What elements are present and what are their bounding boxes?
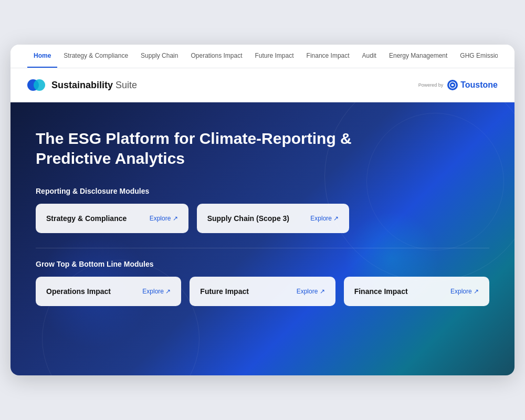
- powered-area: Powered by Toustone: [418, 80, 498, 90]
- header-bar: Sustainability Suite Powered by Toustone: [10, 68, 514, 102]
- logo-area: Sustainability Suite: [27, 76, 137, 94]
- reporting-cards-row: Strategy & Compliance Explore ↗ Supply C…: [36, 204, 489, 233]
- hero-title: The ESG Platform for Climate-Reporting &…: [36, 129, 393, 168]
- nav-bar: Home Strategy & Compliance Supply Chain …: [10, 45, 514, 68]
- card-operations[interactable]: Operations Impact Explore ↗: [36, 277, 181, 306]
- nav-energy[interactable]: Energy Management: [383, 45, 454, 68]
- card-finance[interactable]: Finance Impact Explore ↗: [344, 277, 489, 306]
- toustone-logo: Toustone: [447, 80, 498, 90]
- card-strategy-explore[interactable]: Explore ↗: [150, 215, 178, 222]
- powered-label: Powered by: [418, 82, 444, 88]
- card-strategy-title: Strategy & Compliance: [46, 214, 127, 223]
- spacer: [358, 204, 489, 233]
- toustone-name: Toustone: [460, 80, 498, 90]
- nav-links: Home Strategy & Compliance Supply Chain …: [27, 45, 498, 68]
- card-supply-explore[interactable]: Explore ↗: [310, 215, 339, 222]
- nav-future[interactable]: Future Impact: [249, 45, 300, 68]
- section2-label: Grow Top & Bottom Line Modules: [36, 260, 489, 268]
- section-divider: [36, 248, 489, 248]
- logo-circle-cyan: [34, 79, 45, 91]
- nav-strategy[interactable]: Strategy & Compliance: [57, 45, 134, 68]
- card-supply-title: Supply Chain (Scope 3): [207, 214, 289, 223]
- card-future-title: Future Impact: [200, 287, 249, 296]
- card-operations-title: Operations Impact: [46, 287, 111, 296]
- nav-finance[interactable]: Finance Impact: [300, 45, 356, 68]
- nav-audit[interactable]: Audit: [356, 45, 383, 68]
- logo-bold: Sustainability: [51, 80, 113, 90]
- toustone-icon: [447, 80, 458, 90]
- card-operations-explore[interactable]: Explore ↗: [142, 288, 171, 295]
- logo-text: Sustainability Suite: [51, 80, 137, 91]
- card-strategy-compliance[interactable]: Strategy & Compliance Explore ↗: [36, 204, 188, 233]
- card-finance-explore[interactable]: Explore ↗: [450, 288, 479, 295]
- hero-section: The ESG Platform for Climate-Reporting &…: [10, 102, 514, 375]
- nav-home[interactable]: Home: [27, 45, 57, 68]
- card-supply-chain[interactable]: Supply Chain (Scope 3) Explore ↗: [197, 204, 350, 233]
- section1-label: Reporting & Disclosure Modules: [36, 187, 489, 195]
- card-future-explore[interactable]: Explore ↗: [297, 288, 325, 295]
- nav-supply-chain[interactable]: Supply Chain: [134, 45, 184, 68]
- browser-frame: Home Strategy & Compliance Supply Chain …: [10, 45, 514, 375]
- card-future[interactable]: Future Impact Explore ↗: [190, 277, 335, 306]
- nav-ghg[interactable]: GHG Emissions: [454, 45, 498, 68]
- logo-icon: [27, 76, 46, 94]
- logo-light: Suite: [113, 80, 137, 90]
- card-finance-title: Finance Impact: [354, 287, 408, 296]
- grow-cards-row: Operations Impact Explore ↗ Future Impac…: [36, 277, 489, 306]
- nav-operations[interactable]: Operations Impact: [184, 45, 248, 68]
